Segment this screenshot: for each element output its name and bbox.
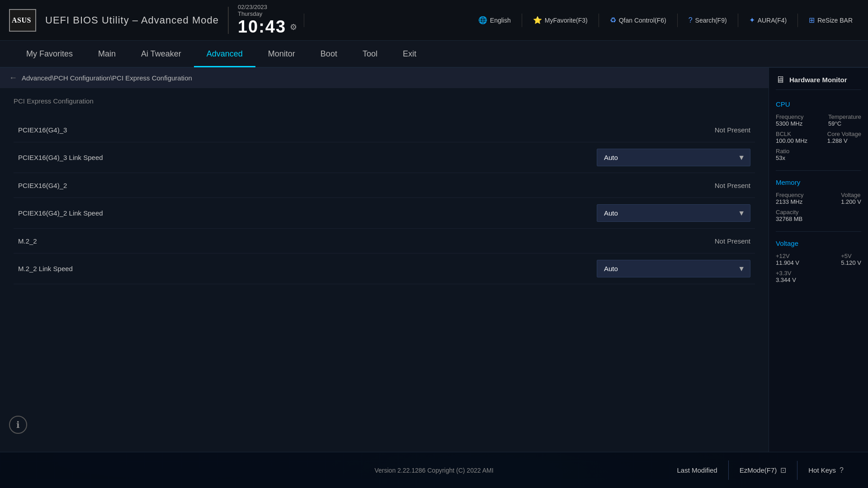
settings-icon[interactable]: ⚙ — [290, 22, 297, 32]
config-row-m2-2-link: M.2_2 Link Speed Auto Gen1 Gen2 Gen3 Gen… — [14, 253, 755, 284]
hw-monitor-header: 🖥 Hardware Monitor — [776, 75, 861, 90]
config-row-pciex16-g4-2: PCIEX16(G4)_2 Not Present — [14, 173, 755, 198]
cpu-core-voltage-value: 1.288 V — [827, 137, 861, 144]
config-label-pciex16-g4-3: PCIEX16(G4)_3 — [18, 126, 67, 134]
voltage-12v-row: +12V 11.904 V +5V 5.120 V — [776, 253, 861, 266]
voltage-12v-label: +12V — [776, 253, 799, 259]
header-sep-1 — [304, 14, 304, 27]
cpu-temperature-value: 59°C — [828, 120, 861, 127]
hardware-monitor-panel: 🖥 Hardware Monitor CPU Frequency 5300 MH… — [769, 68, 868, 452]
voltage-33v-row: +3.3V 3.344 V — [776, 270, 861, 283]
dropdown-select-m2-2-link[interactable]: Auto Gen1 Gen2 Gen3 Gen4 — [597, 260, 750, 277]
nav-item-boot[interactable]: Boot — [308, 40, 350, 67]
back-arrow-icon[interactable]: ← — [9, 73, 17, 83]
hw-monitor-title: Hardware Monitor — [789, 76, 847, 84]
nav-item-main[interactable]: Main — [85, 40, 128, 67]
config-label-m2-2-link: M.2_2 Link Speed — [18, 265, 73, 272]
memory-frequency-row: Frequency 2133 MHz Voltage 1.200 V — [776, 192, 861, 205]
memory-voltage-label: Voltage — [841, 192, 861, 198]
asus-logo-image: ASUS — [9, 9, 36, 32]
voltage-12v-value: 11.904 V — [776, 259, 799, 266]
cpu-bclk-label: BCLK — [776, 131, 807, 137]
search-icon: ? — [689, 16, 693, 24]
hotkeys-icon: ? — [840, 466, 844, 474]
config-value-pciex16-g4-2: Not Present — [715, 182, 750, 189]
footer-right: Last Modified EzMode(F7) ⊡ Hot Keys ? — [666, 460, 854, 480]
header-sep-5 — [738, 14, 738, 27]
resize-icon: ⊞ — [809, 16, 815, 24]
cpu-ratio-label: Ratio — [776, 148, 789, 155]
cpu-temperature-label: Temperature — [828, 113, 861, 120]
dropdown-select-pciex16-g4-2-link[interactable]: Auto Gen1 Gen2 Gen3 Gen4 — [597, 204, 750, 222]
footer: Version 2.22.1286 Copyright (C) 2022 AMI… — [0, 452, 868, 488]
dropdown-select-pciex16-g4-3-link[interactable]: Auto Gen1 Gen2 Gen3 Gen4 — [597, 149, 750, 166]
qfan-button[interactable]: ♻ Qfan Control(F6) — [604, 13, 673, 27]
search-button[interactable]: ? Search(F9) — [682, 14, 733, 27]
nav-item-advanced[interactable]: Advanced — [194, 40, 255, 67]
voltage-33v-value: 3.344 V — [776, 277, 796, 283]
voltage-section-title: Voltage — [776, 239, 861, 247]
version-text: Version 2.22.1286 Copyright (C) 2022 AMI — [374, 467, 493, 474]
config-content: PCI Express Configuration PCIEX16(G4)_3 … — [0, 88, 769, 452]
memory-voltage-value: 1.200 V — [841, 198, 861, 205]
info-button[interactable]: ℹ — [9, 416, 27, 434]
app-title: UEFI BIOS Utility – Advanced Mode — [45, 14, 219, 26]
last-modified-label: Last Modified — [677, 466, 717, 474]
memory-frequency-label: Frequency — [776, 192, 803, 198]
language-button[interactable]: 🌐 English — [472, 13, 517, 27]
myfavorite-button[interactable]: ⭐ MyFavorite(F3) — [527, 13, 594, 27]
nav-item-monitor[interactable]: Monitor — [255, 40, 308, 67]
dropdown-pciex16-g4-2-link: Auto Gen1 Gen2 Gen3 Gen4 ▼ — [597, 204, 750, 222]
hotkeys-label: Hot Keys — [808, 466, 836, 474]
cpu-frequency-value: 5300 MHz — [776, 120, 803, 127]
cpu-frequency-label: Frequency — [776, 113, 803, 120]
nav-item-tool[interactable]: Tool — [350, 40, 390, 67]
ezmode-button[interactable]: EzMode(F7) ⊡ — [728, 460, 797, 480]
config-value-m2-2: Not Present — [715, 237, 750, 245]
time-block: 10:43 ⚙ — [238, 17, 297, 37]
resize-bar-button[interactable]: ⊞ ReSize BAR — [802, 13, 859, 27]
cpu-frequency-row: Frequency 5300 MHz Temperature 59°C — [776, 113, 861, 127]
memory-section-title: Memory — [776, 178, 861, 186]
cpu-section-title: CPU — [776, 100, 861, 108]
last-modified-button[interactable]: Last Modified — [666, 461, 728, 479]
star-icon: ⭐ — [533, 16, 542, 24]
memory-capacity-value: 32768 MB — [776, 216, 802, 222]
config-row-pciex16-g4-3-link: PCIEX16(G4)_3 Link Speed Auto Gen1 Gen2 … — [14, 142, 755, 173]
memory-frequency-value: 2133 MHz — [776, 198, 803, 205]
config-value-pciex16-g4-3: Not Present — [715, 126, 750, 134]
config-row-pciex16-g4-2-link: PCIEX16(G4)_2 Link Speed Auto Gen1 Gen2 … — [14, 198, 755, 229]
breadcrumb: ← Advanced\PCH Configuration\PCI Express… — [0, 68, 769, 88]
fan-icon: ♻ — [610, 16, 616, 24]
datetime-block: 02/23/2023 Thursday 10:43 ⚙ — [238, 4, 297, 37]
nav-bar: My Favorites Main Ai Tweaker Advanced Mo… — [0, 41, 868, 68]
content-area: ← Advanced\PCH Configuration\PCI Express… — [0, 68, 868, 452]
config-label-pciex16-g4-3-link: PCIEX16(G4)_3 Link Speed — [18, 154, 103, 161]
config-label-pciex16-g4-2: PCIEX16(G4)_2 — [18, 182, 67, 189]
header-sep-6 — [797, 14, 798, 27]
aura-button[interactable]: ✦ AURA(F4) — [743, 13, 793, 27]
nav-item-ai-tweaker[interactable]: Ai Tweaker — [128, 40, 194, 67]
svg-text:ASUS: ASUS — [12, 16, 31, 24]
divider-2 — [776, 231, 861, 232]
section-title: PCI Express Configuration — [14, 97, 755, 108]
ezmode-icon: ⊡ — [780, 466, 786, 474]
config-row-pciex16-g4-3: PCIEX16(G4)_3 Not Present — [14, 117, 755, 142]
voltage-33v-label: +3.3V — [776, 270, 796, 277]
divider-1 — [776, 170, 861, 171]
hotkeys-button[interactable]: Hot Keys ? — [797, 461, 854, 480]
ezmode-label: EzMode(F7) — [740, 466, 777, 474]
voltage-5v-value: 5.120 V — [841, 259, 861, 266]
voltage-5v-label: +5V — [841, 253, 861, 259]
nav-item-my-favorites[interactable]: My Favorites — [14, 40, 85, 67]
dropdown-pciex16-g4-3-link: Auto Gen1 Gen2 Gen3 Gen4 ▼ — [597, 149, 750, 166]
cpu-ratio-row: Ratio 53x — [776, 148, 861, 161]
cpu-bclk-row: BCLK 100.00 MHz Core Voltage 1.288 V — [776, 131, 861, 144]
cpu-ratio-value: 53x — [776, 155, 789, 161]
asus-logo: ASUS — [9, 9, 36, 32]
header: ASUS UEFI BIOS Utility – Advanced Mode 0… — [0, 0, 868, 41]
aura-icon: ✦ — [749, 16, 755, 24]
language-icon: 🌐 — [478, 16, 487, 24]
nav-item-exit[interactable]: Exit — [390, 40, 429, 67]
config-row-m2-2: M.2_2 Not Present — [14, 229, 755, 253]
